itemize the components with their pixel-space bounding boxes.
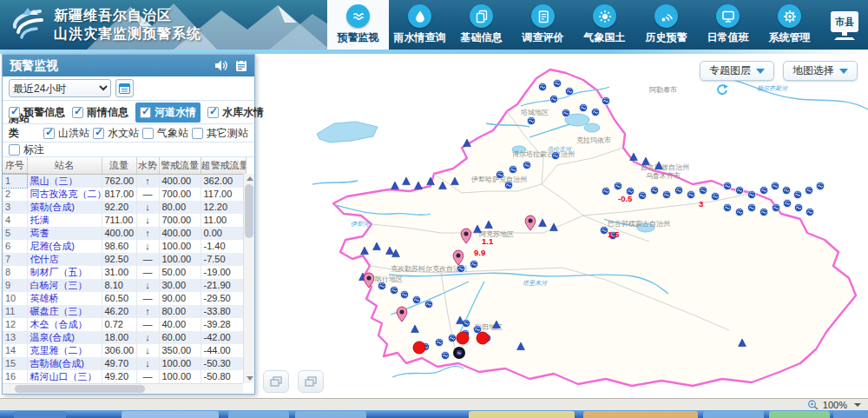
river-station-marker[interactable] (509, 165, 516, 173)
station-type-checkbox-2[interactable]: 水文站 (93, 126, 139, 141)
black-alert-marker[interactable] (453, 347, 465, 359)
river-station-marker[interactable] (504, 181, 512, 189)
table-row[interactable]: 4托满711.00↓700.0011.00 (3, 214, 246, 227)
table-row[interactable]: 16精河山口（三）49.20—100.00-50.80 (3, 370, 246, 383)
river-station-marker[interactable] (390, 286, 398, 294)
windows-taskbar[interactable] (0, 410, 868, 418)
table-row[interactable]: 15吉勒德(合成)49.70↓100.00-50.30 (3, 357, 246, 370)
mountain-station-marker[interactable] (403, 177, 411, 185)
table-row[interactable]: 6尼雅(合成)98.60↓100.00-1.40 (3, 240, 246, 253)
river-station-marker[interactable] (783, 199, 791, 207)
nav-item-4[interactable]: 调查评价 (512, 0, 574, 50)
station-type-checkbox-4[interactable]: 其它测站 (192, 126, 248, 141)
nav-item-5[interactable]: 气象国土 (574, 0, 635, 50)
table-row[interactable]: 12木垒（合成）0.72—40.00-39.28 (3, 318, 246, 331)
annotate-checkbox[interactable]: 标注 (9, 143, 44, 157)
taskbar-button[interactable] (295, 411, 366, 418)
river-station-marker[interactable] (747, 190, 755, 198)
river-station-marker[interactable] (723, 203, 731, 211)
table-row[interactable]: 3策勒(合成)92.20↓80.0012.20 (3, 201, 246, 214)
taskbar-button[interactable] (122, 411, 219, 418)
river-station-marker[interactable] (565, 87, 573, 95)
mountain-station-marker[interactable] (391, 182, 399, 189)
river-station-marker[interactable] (551, 151, 559, 159)
river-station-marker[interactable] (538, 83, 546, 90)
river-station-marker[interactable] (650, 186, 658, 194)
nav-item-6[interactable]: 历史预警 (635, 0, 697, 50)
zoom-caret-icon[interactable] (854, 403, 861, 407)
table-row[interactable]: 11碾盘庄（三）46.20↑80.00-33.80 (3, 305, 246, 318)
city-county-button[interactable]: 市县 (820, 0, 868, 50)
river-station-marker[interactable] (747, 203, 755, 211)
river-station-marker[interactable] (638, 191, 646, 199)
river-station-marker[interactable] (794, 203, 802, 211)
river-station-marker[interactable] (735, 186, 743, 194)
river-station-marker[interactable] (662, 190, 670, 198)
river-station-marker[interactable] (806, 208, 813, 216)
filter-checkbox-3[interactable]: 河道水情 (135, 103, 201, 123)
river-station-marker[interactable] (448, 334, 456, 342)
river-station-marker[interactable] (412, 295, 420, 303)
river-station-marker[interactable] (553, 79, 561, 87)
table-row[interactable]: 8制材厂（五）31.00—50.00-19.00 (3, 266, 246, 279)
mountain-station-marker[interactable] (642, 157, 650, 165)
river-station-marker[interactable] (441, 351, 449, 359)
river-station-marker[interactable] (772, 203, 779, 211)
river-station-marker[interactable] (805, 186, 812, 194)
river-station-marker[interactable] (527, 116, 535, 124)
red-alert-marker[interactable] (413, 342, 425, 354)
taskbar-button[interactable] (769, 411, 830, 418)
taskbar-button[interactable] (14, 411, 66, 418)
notebook-icon[interactable] (235, 59, 247, 72)
horizontal-scrollbar[interactable] (3, 383, 243, 394)
taskbar-button[interactable] (703, 411, 764, 418)
river-station-marker[interactable] (435, 338, 443, 346)
river-station-marker[interactable] (711, 192, 719, 200)
river-station-marker[interactable] (816, 182, 824, 189)
river-station-marker[interactable] (782, 186, 790, 194)
horizontal-scrollbar-thumb[interactable] (15, 385, 145, 393)
table-row[interactable]: 7佗什店92.50—100.00-7.50 (3, 253, 246, 266)
river-station-marker[interactable] (771, 182, 779, 189)
river-station-marker[interactable] (614, 182, 621, 189)
table-row[interactable]: 13温泉(合成)18.00↓60.00-42.00 (3, 331, 246, 344)
calendar-button[interactable] (115, 79, 134, 97)
column-header-4[interactable]: 水势 (136, 157, 159, 174)
nav-item-3[interactable]: 基础信息 (450, 0, 512, 50)
river-station-marker[interactable] (470, 260, 477, 268)
filter-checkbox-1[interactable]: 预警信息 (9, 105, 65, 120)
nav-item-2[interactable]: 雨水情查询 (389, 0, 450, 50)
river-station-marker[interactable] (760, 186, 767, 194)
red-alert-marker[interactable] (457, 332, 469, 344)
river-station-marker[interactable] (400, 290, 408, 298)
vertical-scrollbar-thumb[interactable] (245, 184, 253, 238)
table-row[interactable]: 2同古孜洛克（二）817.00—700.00117.00 (3, 188, 246, 201)
filter-checkbox-2[interactable]: 雨情信息 (72, 105, 128, 120)
river-station-marker[interactable] (699, 186, 707, 194)
river-station-marker[interactable] (496, 170, 503, 178)
column-header-5[interactable]: 警戒流量 (159, 157, 201, 174)
river-station-marker[interactable] (378, 282, 385, 289)
zoom-level[interactable]: 100% (823, 400, 847, 410)
map-layers-button-1[interactable] (263, 370, 289, 393)
taskbar-button[interactable] (228, 411, 289, 418)
river-station-marker[interactable] (793, 190, 801, 198)
table-row[interactable]: 14克里雅（二）306.00↓350.00-44.00 (3, 344, 246, 357)
mountain-station-marker[interactable] (415, 182, 423, 189)
river-station-marker[interactable] (602, 96, 609, 104)
red-alert-marker[interactable] (477, 332, 489, 344)
column-header-6[interactable]: 超警戒流量 (201, 157, 246, 174)
vertical-scrollbar[interactable] (243, 174, 254, 383)
station-type-checkbox-1[interactable]: 山洪站 (43, 126, 89, 141)
time-range-select[interactable]: 最近24小时 (9, 79, 111, 97)
river-station-marker[interactable] (549, 95, 557, 103)
nav-item-8[interactable]: 系统管理 (759, 0, 820, 50)
river-station-marker[interactable] (735, 208, 743, 216)
table-row[interactable]: 9白杨河（三）8.10↓30.00-21.90 (3, 279, 246, 292)
table-row[interactable]: 5焉耆400.00↑400.000.00 (3, 227, 246, 240)
theme-layers-button[interactable]: 专题图层 (700, 61, 774, 81)
station-type-checkbox-3[interactable]: 气象站 (142, 126, 188, 141)
map-select-button[interactable]: 地图选择 (783, 61, 858, 81)
taskbar-button[interactable] (583, 411, 698, 418)
nav-item-7[interactable]: 日常值班 (697, 0, 759, 50)
